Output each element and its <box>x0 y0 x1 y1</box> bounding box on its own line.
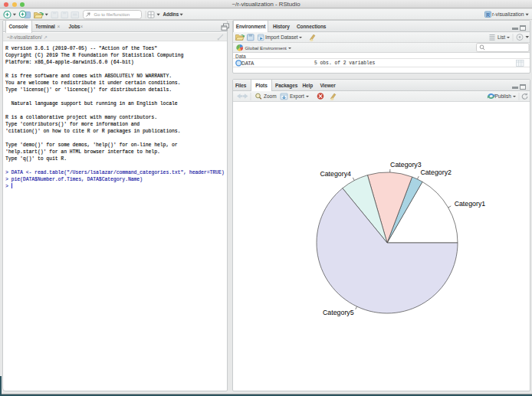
svg-text:Category5: Category5 <box>323 309 354 316</box>
svg-text:Category4: Category4 <box>320 170 351 178</box>
svg-text:Category2: Category2 <box>420 169 452 176</box>
svg-text:Category1: Category1 <box>455 200 486 208</box>
svg-text:Category3: Category3 <box>390 161 422 169</box>
svg-text:R: R <box>486 12 490 18</box>
